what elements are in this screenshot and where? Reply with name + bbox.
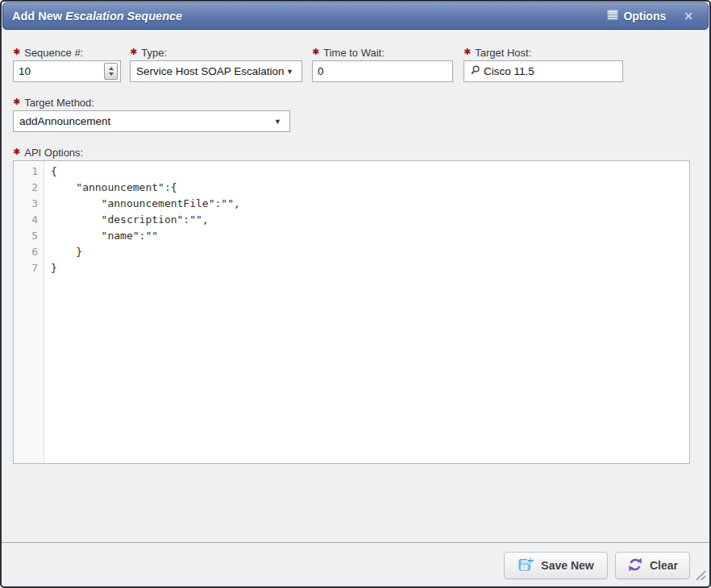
line-number: 7 <box>14 260 38 276</box>
dialog-title-prefix: Add New <box>12 10 65 23</box>
code-line[interactable]: } <box>51 244 689 260</box>
stepper-up-icon <box>109 67 114 70</box>
api-options-label-text: API Options: <box>24 147 83 159</box>
time-to-wait-input[interactable] <box>312 60 453 82</box>
type-select[interactable]: Service Host SOAP Escalation ▼ <box>130 60 302 82</box>
save-new-button[interactable]: Save New <box>504 552 608 579</box>
required-marker-icon: ✱ <box>13 47 20 57</box>
dialog-title-emphasis: Escalation Sequence <box>65 10 182 23</box>
search-icon <box>469 64 480 79</box>
type-label: ✱ Type: <box>130 46 167 59</box>
target-method-label-text: Target Method: <box>24 97 94 109</box>
sequence-number-field-wrap <box>13 60 121 82</box>
line-number: 6 <box>14 244 38 260</box>
resize-grip-handle[interactable] <box>693 568 707 585</box>
clear-refresh-icon <box>627 557 643 575</box>
required-marker-icon: ✱ <box>13 97 20 107</box>
chevron-down-icon: ▼ <box>286 68 293 76</box>
required-marker-icon: ✱ <box>464 47 471 57</box>
target-host-lookup-field[interactable]: Cisco 11.5 <box>464 60 623 82</box>
api-options-code-editor[interactable]: 1 2 3 4 5 6 7 { "announcement":{ "announ… <box>13 160 690 464</box>
time-to-wait-field-wrap <box>312 60 453 82</box>
chevron-down-icon: ▼ <box>274 118 281 126</box>
time-to-wait-label: ✱ Time to Wait: <box>312 46 385 59</box>
editor-line-number-gutter: 1 2 3 4 5 6 7 <box>14 161 44 463</box>
editor-code-area[interactable]: { "announcement":{ "announcementFile":""… <box>44 161 689 463</box>
code-line[interactable]: "announcementFile":"", <box>51 196 689 212</box>
code-line[interactable]: "name":"" <box>51 228 689 244</box>
code-line[interactable]: } <box>51 260 689 276</box>
escalation-sequence-dialog: Add New Escalation Sequence Options ✕ ✱ … <box>0 0 711 588</box>
target-method-select[interactable]: addAnnouncement ▼ <box>13 110 290 132</box>
required-marker-icon: ✱ <box>312 47 319 57</box>
target-method-select-value: addAnnouncement <box>19 115 110 127</box>
close-icon[interactable]: ✕ <box>684 10 693 22</box>
footer-divider <box>2 542 709 543</box>
stepper-down-icon <box>109 72 114 76</box>
type-label-text: Type: <box>141 47 167 59</box>
code-line[interactable]: "announcement":{ <box>51 180 689 196</box>
required-marker-icon: ✱ <box>130 47 137 57</box>
target-host-label: ✱ Target Host: <box>464 46 531 59</box>
sequence-number-label-text: Sequence #: <box>24 47 83 59</box>
save-new-icon <box>518 556 534 575</box>
code-line[interactable]: { <box>51 164 689 180</box>
dialog-title: Add New Escalation Sequence <box>12 10 182 23</box>
save-new-button-label: Save New <box>541 559 593 572</box>
line-number: 2 <box>14 180 38 196</box>
options-button[interactable]: Options <box>607 10 666 23</box>
api-options-label: ✱ API Options: <box>13 146 83 159</box>
line-number: 5 <box>14 228 38 244</box>
line-number: 4 <box>14 212 38 228</box>
options-button-label: Options <box>623 10 666 23</box>
target-host-value: Cisco 11.5 <box>484 65 534 77</box>
target-method-label: ✱ Target Method: <box>13 96 94 109</box>
line-number: 3 <box>14 196 38 212</box>
number-stepper-icon[interactable] <box>104 63 118 80</box>
clear-button[interactable]: Clear <box>615 552 690 579</box>
type-select-value: Service Host SOAP Escalation <box>136 65 285 77</box>
dialog-titlebar: Add New Escalation Sequence Options ✕ <box>2 2 709 30</box>
code-line[interactable]: "description":"", <box>51 212 689 228</box>
sequence-number-label: ✱ Sequence #: <box>13 46 83 59</box>
line-number: 1 <box>14 164 38 180</box>
options-table-icon <box>607 10 618 23</box>
required-marker-icon: ✱ <box>13 147 20 157</box>
time-to-wait-label-text: Time to Wait: <box>323 47 385 59</box>
clear-button-label: Clear <box>650 559 678 572</box>
target-host-label-text: Target Host: <box>475 47 531 59</box>
